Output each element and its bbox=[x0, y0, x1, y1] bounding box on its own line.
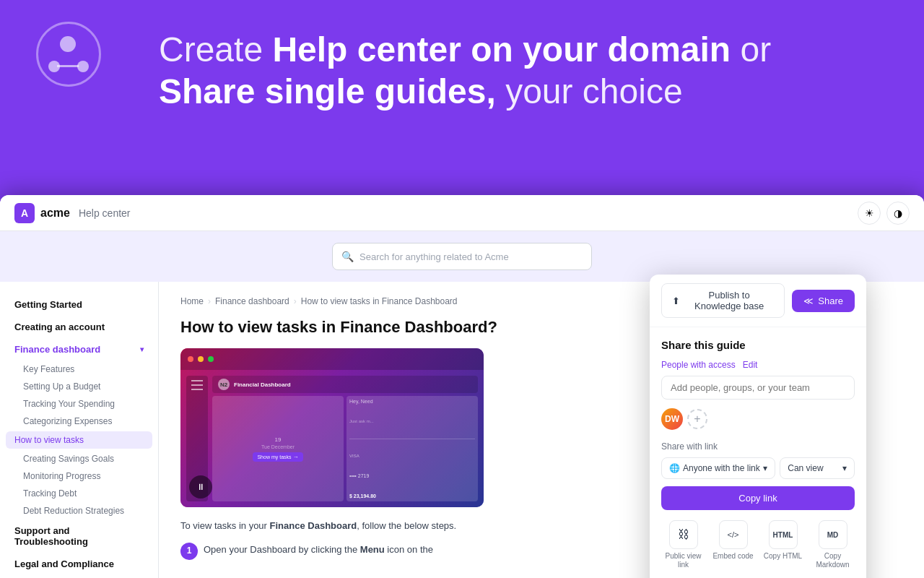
breadcrumb-finance[interactable]: Finance dashboard bbox=[215, 296, 289, 306]
brand-name: acme bbox=[40, 207, 70, 220]
public-view-icon: ⛓ bbox=[669, 520, 698, 549]
share-link-label: Share with link bbox=[661, 441, 855, 452]
hero-logo bbox=[36, 22, 101, 87]
search-bar[interactable]: 🔍 Search for anything related to Acme bbox=[332, 243, 592, 270]
brand-subtitle: Help center bbox=[79, 207, 131, 219]
hero-line2-end: your choice bbox=[505, 72, 682, 111]
sidebar-item-legal[interactable]: Legal and Compliance bbox=[0, 553, 158, 575]
sidebar-sub-key-features[interactable]: Key Features bbox=[0, 361, 158, 378]
public-view-label: Public view link bbox=[661, 552, 705, 569]
article-body-intro: To view tasks in your bbox=[180, 520, 270, 531]
breadcrumb-current: How to view tasks in Finance Dashboard bbox=[301, 296, 458, 306]
add-people-input[interactable] bbox=[661, 376, 855, 400]
copy-markdown-action[interactable]: MD Copy Markdown bbox=[811, 520, 855, 569]
link-permission-option: Can view bbox=[788, 463, 823, 473]
add-person-button[interactable]: + bbox=[687, 409, 707, 429]
share-icon: ≪ bbox=[803, 296, 814, 306]
sidebar-item-support[interactable]: Support and Troubleshooting bbox=[0, 519, 158, 553]
video-pause-button[interactable]: ⏸ bbox=[189, 475, 212, 499]
sidebar: Getting Started Creating an account Fina… bbox=[0, 282, 159, 578]
embed-code-icon: </> bbox=[719, 520, 748, 549]
sidebar-sub-debt-reduction[interactable]: Debt Reduction Strategies bbox=[0, 502, 158, 519]
sidebar-sub-tracking-spending[interactable]: Tracking Your Spending bbox=[0, 395, 158, 413]
link-access-option: Anyone with the link bbox=[683, 463, 760, 473]
copy-link-button[interactable]: Copy link bbox=[661, 486, 855, 510]
share-label: Share bbox=[818, 296, 843, 306]
hero-banner: Create Help center on your domain or Sha… bbox=[0, 0, 924, 134]
hero-line1-normal: Create bbox=[159, 30, 272, 69]
hero-line1-bold: Help center on your domain bbox=[272, 30, 731, 69]
theme-moon-button[interactable]: ◑ bbox=[886, 202, 910, 225]
avatar: DW bbox=[661, 408, 683, 430]
breadcrumb-home[interactable]: Home bbox=[180, 296, 204, 306]
share-button[interactable]: ≪ Share bbox=[792, 290, 855, 312]
public-view-link-action[interactable]: ⛓ Public view link bbox=[661, 520, 705, 569]
publish-icon: ⬆ bbox=[672, 296, 680, 306]
theme-sun-button[interactable]: ☀ bbox=[858, 202, 881, 225]
link-access-dropdown[interactable]: 🌐 Anyone with the link ▾ bbox=[661, 457, 775, 479]
copy-html-action[interactable]: HTML Copy HTML bbox=[761, 520, 805, 569]
sidebar-sub-savings-goals[interactable]: Creating Savings Goals bbox=[0, 450, 158, 467]
copy-html-label: Copy HTML bbox=[764, 552, 802, 561]
share-actions: ⛓ Public view link </> Embed code HTML C… bbox=[661, 520, 855, 569]
people-access-label: People with access Edit bbox=[661, 360, 855, 370]
publish-label: Publish to Knowledge base bbox=[684, 290, 774, 311]
sidebar-sub-monitoring[interactable]: Monitoring Progress bbox=[0, 467, 158, 485]
hero-line1-end: or bbox=[731, 30, 771, 69]
share-panel: ⬆ Publish to Knowledge base ≪ Share Shar… bbox=[650, 275, 866, 578]
share-panel-header: ⬆ Publish to Knowledge base ≪ Share bbox=[650, 275, 866, 327]
copy-html-icon: HTML bbox=[769, 520, 798, 549]
step-1-number: 1 bbox=[180, 543, 198, 560]
sidebar-sub-categorizing[interactable]: Categorizing Expenses bbox=[0, 413, 158, 430]
top-bar: A acme Help center ☀ ◑ bbox=[0, 195, 924, 231]
brand: A acme Help center bbox=[14, 203, 131, 223]
link-permission-dropdown[interactable]: Can view ▾ bbox=[780, 457, 855, 479]
article-body-cont: , follow the below steps. bbox=[357, 520, 456, 531]
sidebar-sub-setting-budget[interactable]: Setting Up a Budget bbox=[0, 378, 158, 395]
edit-link[interactable]: Edit bbox=[743, 360, 758, 370]
share-title: Share this guide bbox=[661, 339, 855, 351]
search-placeholder: Search for anything related to Acme bbox=[359, 251, 509, 262]
article-body-bold: Finance Dashboard bbox=[270, 520, 357, 531]
sidebar-sub-how-to-view[interactable]: How to view tasks bbox=[6, 431, 152, 449]
avatar-row: DW + bbox=[661, 408, 855, 430]
share-body: Share this guide People with access Edit… bbox=[650, 327, 866, 578]
link-controls: 🌐 Anyone with the link ▾ Can view ▾ bbox=[661, 457, 855, 479]
sidebar-sub-tracking-debt[interactable]: Tracking Debt bbox=[0, 485, 158, 502]
article-image: N2 Financial Dashboard 19 Tue December S… bbox=[180, 348, 484, 507]
hero-text: Create Help center on your domain or Sha… bbox=[159, 29, 881, 112]
embed-code-label: Embed code bbox=[712, 552, 753, 561]
sidebar-item-getting-started[interactable]: Getting Started bbox=[0, 293, 158, 316]
embed-code-action[interactable]: </> Embed code bbox=[711, 520, 755, 569]
sidebar-item-community[interactable]: Community and Updates bbox=[0, 575, 158, 578]
sidebar-item-finance-dashboard[interactable]: Finance dashboard ▾ bbox=[0, 338, 158, 361]
publish-button[interactable]: ⬆ Publish to Knowledge base bbox=[661, 283, 785, 318]
brand-icon: A bbox=[14, 203, 35, 223]
copy-markdown-icon: MD bbox=[819, 520, 847, 549]
dashboard-mockup: N2 Financial Dashboard 19 Tue December S… bbox=[180, 348, 484, 507]
copy-markdown-label: Copy Markdown bbox=[811, 552, 855, 569]
step-1-text: Open your Dashboard by clicking the Menu… bbox=[204, 543, 433, 558]
top-bar-icons: ☀ ◑ bbox=[858, 202, 910, 225]
sidebar-item-creating-account[interactable]: Creating an account bbox=[0, 316, 158, 338]
search-icon: 🔍 bbox=[341, 251, 354, 262]
hero-line2-bold: Share single guides, bbox=[159, 72, 496, 111]
